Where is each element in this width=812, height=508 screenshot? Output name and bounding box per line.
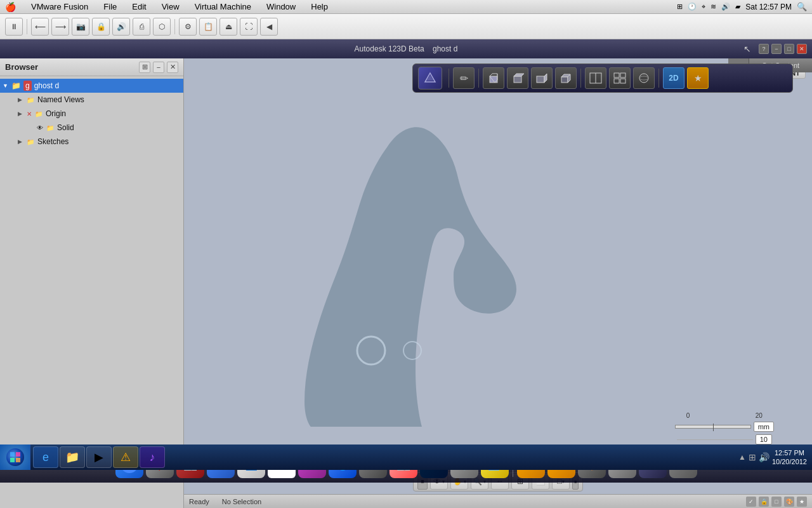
- named-views-expand: ▶: [18, 97, 25, 103]
- apple-menu[interactable]: 🍎: [5, 2, 16, 12]
- usb-btn[interactable]: ⏏: [219, 18, 237, 36]
- browser-grid-icon[interactable]: ⊞: [139, 62, 150, 73]
- ruler-unit: mm: [754, 422, 774, 432]
- maximize-button[interactable]: □: [784, 44, 794, 54]
- tree-container: ▼ 📁 g ghost d ▶ 📁 Named Views ▶ ✕ 📁 Orig…: [0, 76, 183, 508]
- virtual-machine-menu[interactable]: Virtual Machine: [192, 1, 254, 12]
- status-right-icons: ✓ 🔒 □ 🎨 ★: [746, 497, 807, 507]
- svg-rect-17: [614, 79, 619, 83]
- root-expand-arrow: ▼: [3, 83, 10, 89]
- corner-cube-tool[interactable]: [555, 67, 577, 89]
- svg-rect-26: [16, 458, 20, 462]
- settings-btn[interactable]: ⚙: [179, 18, 197, 36]
- top-cube-tool[interactable]: [507, 67, 528, 89]
- status-ready: Ready: [189, 498, 209, 505]
- ghost-icon: g: [23, 81, 32, 91]
- minimize-button[interactable]: −: [771, 44, 782, 54]
- view-menu[interactable]: View: [159, 1, 182, 12]
- help-menu[interactable]: Help: [308, 1, 331, 12]
- volume-btn[interactable]: 🔊: [112, 18, 130, 36]
- share-btn[interactable]: ⬡: [153, 18, 171, 36]
- toolbar-sep-3: [580, 69, 581, 88]
- tree-solid[interactable]: 👁 📁 Solid: [0, 121, 183, 135]
- ruler-bar-line: mm: [675, 422, 774, 432]
- start-button[interactable]: [0, 444, 30, 470]
- window-menu[interactable]: Window: [264, 1, 298, 12]
- taskbar-sound-icon: 🔊: [759, 452, 769, 462]
- clipboard-btn[interactable]: 📋: [199, 18, 217, 36]
- ruler-value[interactable]: 10: [756, 434, 772, 444]
- lock-btn[interactable]: 🔒: [92, 18, 110, 36]
- svg-line-4: [490, 74, 492, 76]
- ruler-max: 20: [756, 412, 763, 419]
- logo-button[interactable]: [418, 67, 442, 90]
- browser-close-icon[interactable]: ✕: [167, 62, 178, 73]
- vmware-toolbar: ⏸ ⟵ ⟶ 📷 🔒 🔊 ⎙ ⬡ ⚙ 📋 ⏏ ⛶ ◀: [0, 14, 812, 39]
- root-icon: 📁: [11, 81, 21, 90]
- main-window: ↖ Autodesk 123D Beta ghost d ? − □ ✕ Bro…: [0, 39, 812, 508]
- 2d-icon: 2D: [669, 74, 678, 83]
- svg-rect-8: [537, 76, 544, 83]
- sphere-icon: [637, 71, 651, 85]
- clock-icon: 🕐: [688, 3, 697, 11]
- front-cube-tool[interactable]: [483, 67, 504, 89]
- sphere-tool[interactable]: [633, 67, 655, 89]
- collapse-btn[interactable]: ◀: [260, 18, 278, 36]
- svg-rect-16: [620, 73, 625, 77]
- edit-menu[interactable]: Edit: [129, 1, 148, 12]
- taskbar-media[interactable]: ▶: [86, 446, 112, 468]
- search-icon[interactable]: 🔍: [797, 2, 807, 11]
- 2d-mode-tool[interactable]: 2D: [663, 67, 684, 89]
- ruler-bar: [675, 425, 751, 429]
- right-cube-tool[interactable]: [531, 67, 553, 89]
- autodesk-logo-icon: [424, 72, 436, 84]
- help-button[interactable]: ?: [759, 44, 769, 54]
- ghost-shape-svg: [285, 116, 527, 446]
- ruler-line-bottom: [677, 439, 753, 440]
- tree-named-views[interactable]: ▶ 📁 Named Views: [0, 93, 183, 107]
- close-button[interactable]: ✕: [797, 44, 807, 54]
- battery-icon: ▰: [735, 3, 740, 11]
- status-bar: Ready No Selection ✓ 🔒 □ 🎨 ★: [184, 494, 812, 508]
- snapshot-btn[interactable]: 📷: [72, 18, 89, 36]
- tree-sketches[interactable]: ▶ 📁 Sketches: [0, 135, 183, 149]
- taskbar-arrow-icon[interactable]: ▲: [738, 453, 746, 462]
- vmware-menu[interactable]: VMware Fusion: [29, 1, 91, 12]
- tree-origin[interactable]: ▶ ✕ 📁 Origin: [0, 107, 183, 121]
- split-view-icon: [589, 71, 603, 85]
- ruler-numbers: 0 20: [686, 412, 763, 419]
- solid-label: Solid: [57, 123, 74, 132]
- pause-btn[interactable]: ⏸: [5, 18, 23, 36]
- svg-point-19: [639, 74, 648, 83]
- tree-root[interactable]: ▼ 📁 g ghost d: [0, 79, 183, 93]
- taskbar-warning[interactable]: ⚠: [113, 446, 138, 468]
- cube-right-icon: [535, 71, 549, 85]
- highlight-tool[interactable]: ★: [687, 67, 709, 89]
- folder-icon: 📁: [65, 450, 79, 464]
- origin-label: Origin: [46, 109, 66, 118]
- taskbar-music[interactable]: ♪: [140, 446, 165, 468]
- taskbar-right: ▲ ⊞ 🔊 12:57 PM 10/20/2012: [738, 448, 812, 467]
- forward-btn[interactable]: ⟶: [51, 18, 69, 36]
- win-clock: 12:57 PM 10/20/2012: [772, 448, 807, 467]
- taskbar-ie[interactable]: e: [33, 446, 58, 468]
- pencil-tool[interactable]: ✏: [453, 67, 475, 89]
- print-btn[interactable]: ⎙: [133, 18, 150, 36]
- content-area: Browser ⊞ − ✕ ▼ 📁 g ghost d ▶ 📁 Named Vi…: [0, 58, 812, 508]
- browser-minimize-icon[interactable]: −: [153, 62, 164, 73]
- fullscreen-btn[interactable]: ⛶: [240, 18, 258, 36]
- svg-marker-9: [544, 74, 547, 83]
- named-views-label: Named Views: [37, 95, 84, 104]
- split-view-tool[interactable]: [585, 67, 606, 89]
- lock-status-icon: 🔒: [759, 497, 769, 507]
- grid-view-tool[interactable]: [609, 67, 631, 89]
- back-btn[interactable]: ⟵: [31, 18, 49, 36]
- viewport[interactable]: ✏: [184, 58, 812, 508]
- browser-panel: Browser ⊞ − ✕ ▼ 📁 g ghost d ▶ 📁 Named Vi…: [0, 58, 184, 508]
- taskbar-folder[interactable]: 📁: [60, 446, 85, 468]
- origin-folder-icon: 📁: [35, 110, 43, 117]
- ruler-min: 0: [686, 412, 690, 419]
- file-menu[interactable]: File: [101, 1, 119, 12]
- toolbar-sep-logo: [449, 69, 449, 88]
- sketches-label: Sketches: [37, 137, 69, 146]
